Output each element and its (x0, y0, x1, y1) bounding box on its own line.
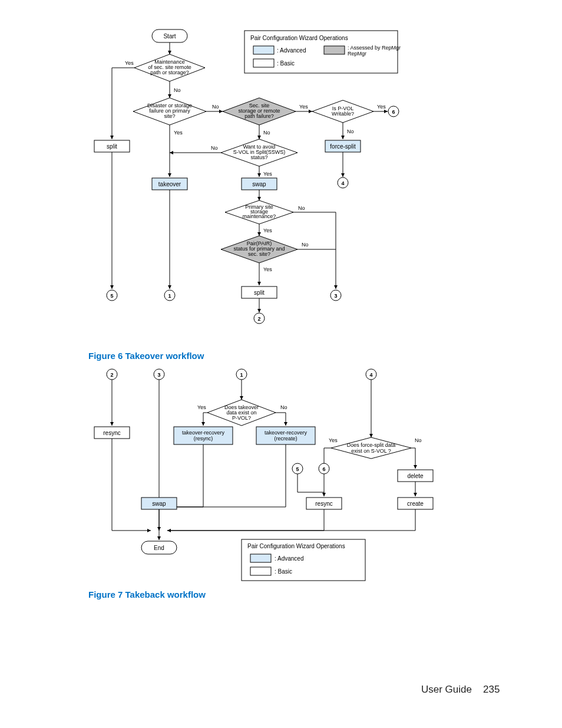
swap-box-2: swap (152, 500, 166, 507)
svg-text:RepMgr: RepMgr (348, 51, 366, 57)
takeover-flowchart: Start Pair Configuration Wizard Operatio… (88, 24, 477, 342)
svg-text:Yes: Yes (329, 437, 338, 443)
connector-6: 6 (392, 109, 395, 115)
svg-text:Yes: Yes (263, 228, 272, 233)
svg-text:status?: status? (250, 154, 267, 160)
legend2-title: Pair Configuration Wizard Operations (247, 543, 345, 549)
svg-text:Yes: Yes (263, 266, 272, 272)
takeover-recovery-recreate-box: takeover-recovery (265, 430, 308, 436)
svg-rect-126 (250, 567, 271, 575)
connector-5b: 5 (296, 466, 299, 472)
connector-1: 1 (168, 293, 171, 299)
force-split-box: force-split (330, 143, 356, 150)
svg-text:maintenance?: maintenance? (243, 213, 276, 219)
split2-box: split (254, 289, 265, 296)
svg-rect-125 (250, 554, 271, 562)
connector-4: 4 (341, 180, 344, 186)
end-node: End (154, 545, 164, 551)
connector-5: 5 (110, 293, 113, 299)
svg-text:(resync): (resync) (194, 436, 213, 442)
legend2-advanced: : Advanced (275, 555, 303, 562)
connector-3b: 3 (157, 372, 160, 378)
svg-text:No: No (211, 145, 218, 151)
takeback-flowchart: 2 3 1 4 Does takeover data exist on P-VO… (88, 365, 454, 601)
svg-text:site?: site? (164, 113, 175, 119)
takeover-recovery-resync-box: takeover-recovery (182, 430, 225, 436)
figure7-caption: Figure 7 Takeback workflow (88, 589, 206, 599)
svg-text:(recreate): (recreate) (274, 436, 297, 442)
footer-page-number: 235 (483, 684, 500, 696)
connector-6b: 6 (322, 466, 325, 472)
legend-title: Pair Configuration Wizard Operations (250, 35, 348, 41)
svg-text:P-VOL?: P-VOL? (232, 415, 251, 421)
connector-4b: 4 (369, 372, 372, 378)
svg-text:Writable?: Writable? (332, 111, 354, 117)
legend-assessed: : Assessed by RepMgr (348, 45, 401, 51)
resync2-box: resync (315, 500, 332, 507)
connector-2b: 2 (110, 372, 113, 378)
resync-box: resync (103, 430, 120, 436)
connector-1b: 1 (240, 372, 243, 378)
svg-text:No: No (298, 205, 305, 211)
svg-rect-5 (253, 59, 274, 67)
svg-text:No: No (347, 129, 354, 134)
svg-text:No: No (212, 104, 219, 110)
svg-rect-3 (324, 46, 345, 54)
delete-box: delete (407, 473, 424, 479)
svg-text:sec. site?: sec. site? (248, 251, 270, 257)
create-box: create (407, 500, 424, 507)
legend-basic: : Basic (277, 60, 295, 67)
svg-text:No: No (280, 404, 287, 410)
split-box: split (107, 143, 117, 150)
svg-rect-2 (253, 46, 274, 54)
svg-text:path or storage?: path or storage? (150, 70, 189, 75)
legend2-basic: : Basic (275, 568, 292, 575)
svg-text:No: No (302, 242, 309, 248)
footer-guide: User Guide (421, 684, 472, 696)
swap-box: swap (252, 181, 266, 187)
svg-text:No: No (263, 130, 270, 136)
svg-text:Yes: Yes (377, 104, 386, 110)
svg-text:Yes: Yes (174, 130, 183, 136)
svg-text:Yes: Yes (299, 104, 308, 110)
svg-text:path failure?: path failure? (244, 113, 274, 119)
takeover-box: takeover (158, 181, 181, 187)
svg-text:Yes: Yes (263, 171, 272, 177)
force-split-decision: Does force-split data (347, 442, 396, 448)
legend-advanced: : Advanced (277, 47, 306, 54)
svg-text:exist on S-VOL ?: exist on S-VOL ? (351, 448, 391, 454)
svg-text:No: No (415, 437, 422, 443)
connector-3: 3 (334, 293, 337, 299)
svg-text:Yes: Yes (197, 404, 206, 410)
connector-2: 2 (257, 316, 260, 322)
svg-text:No: No (174, 87, 181, 93)
figure6-caption: Figure 6 Takeover workflow (88, 351, 204, 361)
svg-text:Yes: Yes (125, 60, 134, 66)
start-node: Start (163, 33, 176, 39)
